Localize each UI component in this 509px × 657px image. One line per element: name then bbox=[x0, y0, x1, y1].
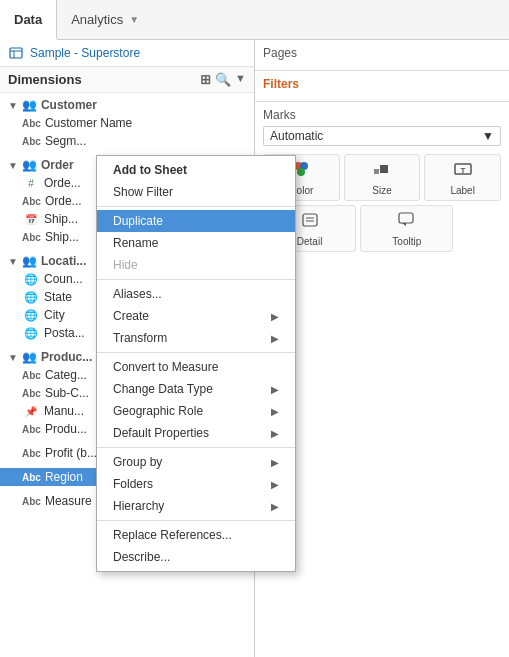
chevron-down-icon[interactable]: ▼ bbox=[235, 72, 246, 87]
menu-label-rename: Rename bbox=[113, 236, 158, 250]
marks-btn-label-label: Label bbox=[450, 185, 474, 196]
menu-label-default-properties: Default Properties bbox=[113, 426, 209, 440]
datasource-icon bbox=[8, 45, 24, 61]
field-customer-name[interactable]: Abc Customer Name bbox=[0, 114, 254, 132]
menu-item-create[interactable]: Create ▶ bbox=[97, 305, 295, 327]
tab-data-label: Data bbox=[14, 12, 42, 27]
field-label-manufacturer: Manu... bbox=[44, 404, 84, 418]
menu-item-rename[interactable]: Rename bbox=[97, 232, 295, 254]
svg-rect-13 bbox=[399, 213, 413, 223]
group-label-order: Order bbox=[41, 158, 74, 172]
svg-text:T: T bbox=[460, 166, 465, 175]
menu-separator-1 bbox=[97, 206, 295, 207]
svg-rect-0 bbox=[10, 48, 22, 58]
svg-rect-6 bbox=[380, 165, 388, 173]
menu-item-hierarchy[interactable]: Hierarchy ▶ bbox=[97, 495, 295, 517]
marks-dropdown-value: Automatic bbox=[270, 129, 323, 143]
expand-icon: ▼ bbox=[8, 160, 18, 171]
size-icon bbox=[372, 159, 392, 183]
group-row-customer[interactable]: ▼ 👥 Customer bbox=[0, 96, 254, 114]
menu-label-convert-to-measure: Convert to Measure bbox=[113, 360, 218, 374]
arrow-icon: ▶ bbox=[271, 333, 279, 344]
menu-item-describe[interactable]: Describe... bbox=[97, 546, 295, 568]
tab-analytics[interactable]: Analytics ▼ bbox=[57, 0, 153, 39]
marks-btn-size-label: Size bbox=[372, 185, 391, 196]
context-menu: Add to Sheet Show Filter Duplicate Renam… bbox=[96, 155, 296, 572]
type-icon-clip: 📌 bbox=[22, 406, 40, 417]
field-label-order-id: Orde... bbox=[44, 176, 81, 190]
menu-label-show-filter: Show Filter bbox=[113, 185, 173, 199]
group-icon-product: 👥 bbox=[22, 350, 37, 364]
menu-label-folders: Folders bbox=[113, 477, 153, 491]
expand-icon: ▼ bbox=[8, 256, 18, 267]
type-icon-hash: # bbox=[22, 178, 40, 189]
menu-label-hierarchy: Hierarchy bbox=[113, 499, 164, 513]
field-label-country: Coun... bbox=[44, 272, 83, 286]
type-icon-abc: Abc bbox=[22, 136, 41, 147]
group-label-customer: Customer bbox=[41, 98, 97, 112]
marks-btn-tooltip[interactable]: Tooltip bbox=[360, 205, 453, 252]
svg-marker-14 bbox=[402, 223, 406, 226]
menu-item-geographic-role[interactable]: Geographic Role ▶ bbox=[97, 400, 295, 422]
menu-label-group-by: Group by bbox=[113, 455, 162, 469]
menu-item-convert-to-measure[interactable]: Convert to Measure bbox=[97, 356, 295, 378]
grid-icon[interactable]: ⊞ bbox=[200, 72, 211, 87]
arrow-icon: ▶ bbox=[271, 406, 279, 417]
svg-rect-7 bbox=[374, 169, 379, 174]
menu-item-default-properties[interactable]: Default Properties ▶ bbox=[97, 422, 295, 444]
field-label-state: State bbox=[44, 290, 72, 304]
type-icon-abc: Abc bbox=[22, 496, 41, 507]
svg-point-5 bbox=[297, 168, 305, 176]
menu-label-add-to-sheet: Add to Sheet bbox=[113, 163, 187, 177]
dimensions-header-icons: ⊞ 🔍 ▼ bbox=[200, 72, 246, 87]
dimensions-label: Dimensions bbox=[8, 72, 82, 87]
menu-item-duplicate[interactable]: Duplicate bbox=[97, 210, 295, 232]
menu-item-show-filter[interactable]: Show Filter bbox=[97, 181, 295, 203]
arrow-icon: ▶ bbox=[271, 428, 279, 439]
marks-btn-size[interactable]: Size bbox=[344, 154, 421, 201]
type-icon-globe: 🌐 bbox=[22, 291, 40, 304]
group-icon-location: 👥 bbox=[22, 254, 37, 268]
marks-btn-label[interactable]: T Label bbox=[424, 154, 501, 201]
menu-item-group-by[interactable]: Group by ▶ bbox=[97, 451, 295, 473]
field-label-subcategory: Sub-C... bbox=[45, 386, 89, 400]
type-icon-abc: Abc bbox=[22, 370, 41, 381]
menu-label-geographic-role: Geographic Role bbox=[113, 404, 203, 418]
field-label-ship-date: Ship... bbox=[44, 212, 78, 226]
menu-label-create: Create bbox=[113, 309, 149, 323]
group-customer: ▼ 👥 Customer Abc Customer Name Abc Segm.… bbox=[0, 93, 254, 153]
marks-dropdown[interactable]: Automatic ▼ bbox=[263, 126, 501, 146]
arrow-icon: ▶ bbox=[271, 311, 279, 322]
type-icon-abc: Abc bbox=[22, 424, 41, 435]
menu-item-aliases[interactable]: Aliases... bbox=[97, 283, 295, 305]
field-segment[interactable]: Abc Segm... bbox=[0, 132, 254, 150]
expand-icon: ▼ bbox=[8, 352, 18, 363]
field-label-product-name: Produ... bbox=[45, 422, 87, 436]
type-icon-abc: Abc bbox=[22, 472, 41, 483]
filters-label: Filters bbox=[263, 77, 501, 91]
menu-item-change-data-type[interactable]: Change Data Type ▶ bbox=[97, 378, 295, 400]
menu-separator-5 bbox=[97, 520, 295, 521]
field-label-segment: Segm... bbox=[45, 134, 86, 148]
expand-icon: ▼ bbox=[8, 100, 18, 111]
field-label-profit-bin: Profit (b... bbox=[45, 446, 97, 460]
arrow-icon: ▶ bbox=[271, 479, 279, 490]
type-icon-abc: Abc bbox=[22, 232, 41, 243]
menu-label-duplicate: Duplicate bbox=[113, 214, 163, 228]
type-icon-abc: Abc bbox=[22, 448, 41, 459]
detail-icon bbox=[300, 210, 320, 234]
menu-item-transform[interactable]: Transform ▶ bbox=[97, 327, 295, 349]
type-icon-abc: Abc bbox=[22, 388, 41, 399]
marks-btn-tooltip-label: Tooltip bbox=[392, 236, 421, 247]
tab-data[interactable]: Data bbox=[0, 0, 57, 40]
menu-item-replace-references[interactable]: Replace References... bbox=[97, 524, 295, 546]
tab-analytics-label: Analytics bbox=[71, 12, 123, 27]
type-icon-abc: Abc bbox=[22, 196, 41, 207]
chevron-down-icon: ▼ bbox=[129, 14, 139, 25]
menu-item-folders[interactable]: Folders ▶ bbox=[97, 473, 295, 495]
datasource-row[interactable]: Sample - Superstore bbox=[0, 40, 254, 67]
menu-item-add-to-sheet[interactable]: Add to Sheet bbox=[97, 159, 295, 181]
search-icon[interactable]: 🔍 bbox=[215, 72, 231, 87]
field-label-postal: Posta... bbox=[44, 326, 85, 340]
group-label-location: Locati... bbox=[41, 254, 86, 268]
